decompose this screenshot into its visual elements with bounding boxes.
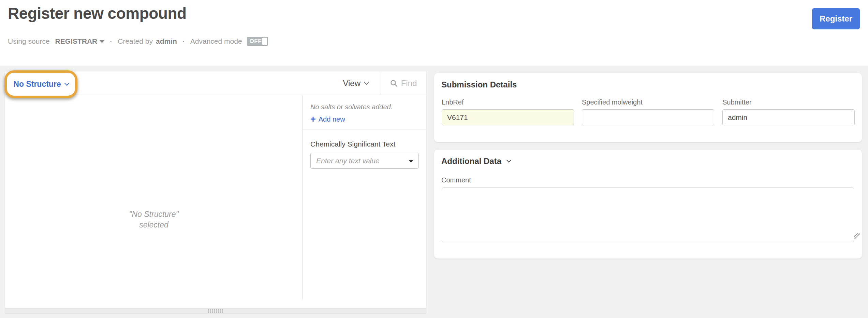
view-menu-button[interactable]: View — [333, 71, 381, 95]
view-menu-label: View — [343, 79, 361, 88]
lnbref-label: LnbRef — [442, 98, 574, 106]
structure-panel: View Find "No Structure" selected — [5, 71, 426, 308]
structure-type-selector[interactable]: No Structure — [13, 80, 68, 89]
meta-separator: · — [182, 37, 185, 45]
additional-data-title-text: Additional Data — [441, 156, 501, 166]
collapse-chevron-icon[interactable] — [506, 158, 511, 163]
textarea-resize-grip-icon[interactable] — [854, 233, 860, 239]
submitter-field: Submitter — [722, 98, 855, 125]
comment-label: Comment — [441, 176, 471, 184]
submission-details-title-text: Submission Details — [441, 80, 517, 89]
created-by-value: admin — [156, 37, 177, 45]
combo-caret-icon[interactable] — [409, 160, 413, 163]
search-icon — [390, 80, 398, 87]
comment-textarea[interactable] — [442, 188, 854, 242]
additional-data-title: Additional Data — [441, 156, 511, 166]
submission-details-title: Submission Details — [441, 80, 517, 89]
canvas-empty-message: "No Structure" selected — [86, 209, 222, 230]
cst-input[interactable] — [311, 153, 418, 168]
canvas-empty-line2: selected — [86, 220, 222, 230]
find-label: Find — [401, 79, 417, 88]
header-meta: Using source REGISTRAR · Created by admi… — [8, 37, 268, 46]
add-new-salt-link[interactable]: + Add new — [310, 115, 426, 123]
submitter-input[interactable] — [722, 109, 855, 125]
structure-canvas: "No Structure" selected — [5, 95, 302, 308]
highlight-ring: No Structure — [4, 70, 77, 98]
using-source-label: Using source — [8, 37, 50, 45]
submission-details-card: Submission Details LnbRef Specified molw… — [434, 73, 862, 142]
molweight-input[interactable] — [582, 109, 714, 125]
chemically-significant-text-section: Chemically Significant Text — [303, 129, 426, 169]
salts-empty-message: No salts or solvates added. — [310, 103, 426, 111]
molweight-field: Specified molweight — [582, 98, 714, 125]
chevron-down-icon — [364, 80, 369, 85]
salts-solvates-section: No salts or solvates added. + Add new — [303, 95, 426, 129]
page-title: Register new compound — [8, 4, 187, 23]
submitter-label: Submitter — [722, 98, 855, 106]
advanced-mode-label: Advanced mode — [190, 37, 242, 45]
toggle-state-label: OFF — [250, 38, 262, 45]
canvas-empty-line1: "No Structure" — [86, 209, 222, 220]
add-new-label: Add new — [319, 115, 345, 123]
cst-combobox[interactable] — [310, 153, 419, 169]
chevron-down-icon — [64, 81, 69, 85]
meta-separator: · — [110, 37, 112, 45]
cst-label: Chemically Significant Text — [310, 140, 426, 148]
find-button[interactable]: Find — [381, 71, 426, 95]
molweight-label: Specified molweight — [582, 98, 714, 106]
toggle-knob[interactable] — [262, 38, 267, 45]
lnbref-field: LnbRef — [442, 98, 574, 125]
register-compound-page: Register new compound Using source REGIS… — [0, 0, 868, 318]
advanced-mode-toggle[interactable]: OFF — [247, 37, 268, 46]
panel-resize-handle[interactable] — [5, 308, 426, 314]
additional-data-card: Additional Data Comment — [434, 150, 862, 259]
lnbref-input[interactable] — [442, 109, 574, 125]
drag-handle-icon — [208, 309, 223, 313]
plus-icon: + — [310, 116, 316, 123]
source-caret-icon[interactable] — [100, 40, 104, 43]
structure-type-label: No Structure — [13, 80, 61, 89]
register-button[interactable]: Register — [812, 8, 860, 29]
source-dropdown[interactable]: REGISTRAR — [55, 37, 98, 45]
created-by-label: Created by — [118, 37, 153, 45]
